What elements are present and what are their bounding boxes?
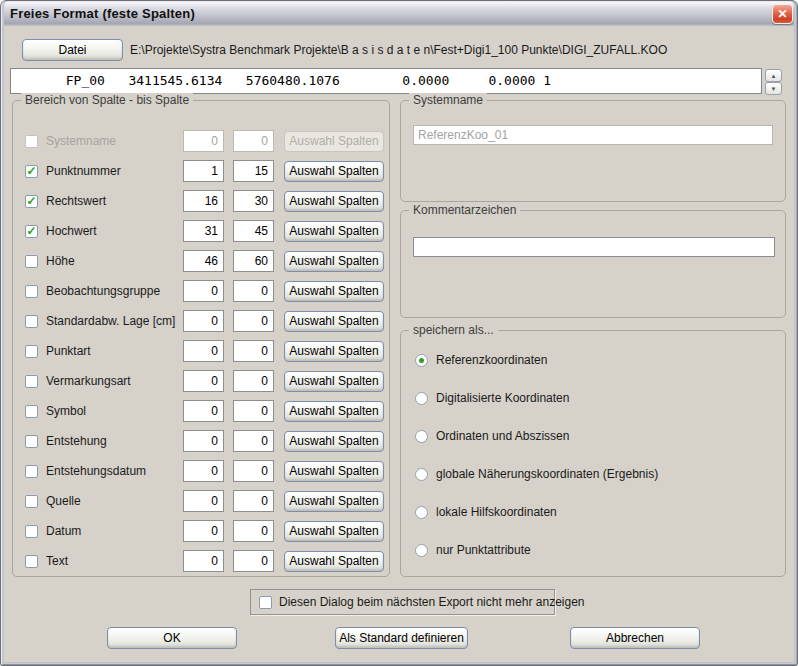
column-to-field[interactable]	[233, 340, 274, 362]
save-as-option[interactable]: Ordinaten und Abszissen	[415, 426, 569, 446]
column-from-field[interactable]	[183, 190, 224, 212]
auswahl-spalten-button[interactable]: Auswahl Spalten	[284, 251, 384, 272]
row-checkbox[interactable]: ✓	[25, 405, 38, 418]
row-checkbox[interactable]: ✓	[25, 345, 38, 358]
column-from-field[interactable]	[183, 340, 224, 362]
column-from-field[interactable]	[183, 310, 224, 332]
column-to-field[interactable]	[233, 160, 274, 182]
column-to-field[interactable]	[233, 250, 274, 272]
auswahl-spalten-button[interactable]: Auswahl Spalten	[284, 281, 384, 302]
column-to-field[interactable]	[233, 130, 274, 152]
save-as-option[interactable]: Referenzkoordinaten	[415, 350, 547, 370]
column-from-field[interactable]	[183, 550, 224, 572]
row-label: Entstehungsdatum	[46, 464, 146, 478]
row-label: Standardabw. Lage [cm]	[46, 314, 175, 328]
auswahl-spalten-button[interactable]: Auswahl Spalten	[284, 221, 384, 242]
save-as-option[interactable]: lokale Hilfskoordinaten	[415, 502, 557, 522]
column-to-field[interactable]	[233, 520, 274, 542]
column-row: ✓ Text Auswahl Spalten	[13, 546, 389, 576]
dont-show-checkbox[interactable]: ✓	[259, 596, 272, 609]
title-bar[interactable]: Freies Format (feste Spalten) ✕	[0, 0, 798, 26]
auswahl-spalten-button[interactable]: Auswahl Spalten	[284, 191, 384, 212]
auswahl-spalten-button[interactable]: Auswahl Spalten	[284, 521, 384, 542]
row-checkbox[interactable]: ✓	[25, 375, 38, 388]
row-checkbox[interactable]: ✓	[25, 315, 38, 328]
kommentarzeichen-group-title: Kommentarzeichen	[409, 203, 520, 217]
save-as-option[interactable]: Digitalisierte Koordinaten	[415, 388, 569, 408]
kommentarzeichen-group: Kommentarzeichen	[400, 210, 786, 318]
coordinate-preview[interactable]: FP_00 3411545.6134 5760480.1076 0.0000 0…	[10, 68, 762, 94]
save-as-group: speichern als... Referenzkoordinaten Dig…	[400, 330, 786, 577]
auswahl-spalten-button[interactable]: Auswahl Spalten	[284, 431, 384, 452]
row-checkbox[interactable]: ✓	[25, 465, 38, 478]
close-button[interactable]: ✕	[772, 4, 793, 24]
column-to-field[interactable]	[233, 220, 274, 242]
column-to-field[interactable]	[233, 550, 274, 572]
row-checkbox[interactable]: ✓	[25, 195, 38, 208]
column-to-field[interactable]	[233, 280, 274, 302]
auswahl-spalten-button[interactable]: Auswahl Spalten	[284, 551, 384, 572]
kommentarzeichen-input[interactable]	[413, 237, 775, 257]
column-row: ✓ Quelle Auswahl Spalten	[13, 486, 389, 516]
column-from-field[interactable]	[183, 490, 224, 512]
preview-spinner: ▲ ▼	[765, 69, 782, 95]
als-standard-definieren-button[interactable]: Als Standard definieren	[335, 627, 468, 649]
row-checkbox[interactable]: ✓	[25, 135, 38, 148]
auswahl-spalten-button[interactable]: Auswahl Spalten	[284, 461, 384, 482]
save-as-option[interactable]: globale Näherungskoordinaten (Ergebnis)	[415, 464, 658, 484]
column-to-field[interactable]	[233, 460, 274, 482]
column-from-field[interactable]	[183, 370, 224, 392]
column-from-field[interactable]	[183, 220, 224, 242]
auswahl-spalten-button[interactable]: Auswahl Spalten	[284, 341, 384, 362]
row-checkbox[interactable]: ✓	[25, 435, 38, 448]
row-checkbox[interactable]: ✓	[25, 525, 38, 538]
column-row: ✓ Entstehungsdatum Auswahl Spalten	[13, 456, 389, 486]
column-from-field[interactable]	[183, 280, 224, 302]
column-to-field[interactable]	[233, 190, 274, 212]
column-row: ✓ Systemname Auswahl Spalten	[13, 126, 389, 156]
column-from-field[interactable]	[183, 250, 224, 272]
ok-button[interactable]: OK	[107, 627, 237, 649]
spinner-up-button[interactable]: ▲	[765, 69, 782, 82]
column-from-field[interactable]	[183, 400, 224, 422]
column-from-field[interactable]	[183, 460, 224, 482]
auswahl-spalten-button[interactable]: Auswahl Spalten	[284, 311, 384, 332]
auswahl-spalten-button[interactable]: Auswahl Spalten	[284, 401, 384, 422]
columns-group-title: Bereich von Spalte - bis Spalte	[21, 93, 193, 107]
systemname-input[interactable]	[413, 125, 773, 145]
column-to-field[interactable]	[233, 430, 274, 452]
systemname-group-title: Systemname	[409, 93, 487, 107]
radio-label: Referenzkoordinaten	[436, 353, 547, 367]
radio-icon	[415, 392, 428, 405]
spinner-down-button[interactable]: ▼	[765, 82, 782, 95]
column-from-field[interactable]	[183, 430, 224, 452]
row-label: Punktart	[46, 344, 91, 358]
column-to-field[interactable]	[233, 370, 274, 392]
row-checkbox[interactable]: ✓	[25, 225, 38, 238]
auswahl-spalten-button[interactable]: Auswahl Spalten	[284, 161, 384, 182]
radio-dot	[419, 358, 424, 363]
auswahl-spalten-button[interactable]: Auswahl Spalten	[284, 491, 384, 512]
dialog-freies-format: Freies Format (feste Spalten) ✕ Datei E:…	[0, 0, 798, 666]
column-from-field[interactable]	[183, 520, 224, 542]
datei-button[interactable]: Datei	[22, 39, 123, 61]
file-path: E:\Projekte\Systra Benchmark Projekte\B …	[130, 39, 667, 61]
abbrechen-button[interactable]: Abbrechen	[570, 627, 700, 649]
row-label: Entstehung	[46, 434, 107, 448]
column-row: ✓ Höhe Auswahl Spalten	[13, 246, 389, 276]
row-checkbox[interactable]: ✓	[25, 495, 38, 508]
close-icon: ✕	[777, 8, 787, 20]
auswahl-spalten-button[interactable]: Auswahl Spalten	[284, 131, 384, 152]
save-as-option[interactable]: nur Punktattribute	[415, 540, 531, 560]
auswahl-spalten-button[interactable]: Auswahl Spalten	[284, 371, 384, 392]
columns-group: Bereich von Spalte - bis Spalte ✓ System…	[12, 100, 390, 577]
column-to-field[interactable]	[233, 400, 274, 422]
row-checkbox[interactable]: ✓	[25, 165, 38, 178]
row-checkbox[interactable]: ✓	[25, 255, 38, 268]
row-checkbox[interactable]: ✓	[25, 555, 38, 568]
column-from-field[interactable]	[183, 160, 224, 182]
column-to-field[interactable]	[233, 310, 274, 332]
column-to-field[interactable]	[233, 490, 274, 512]
row-checkbox[interactable]: ✓	[25, 285, 38, 298]
column-from-field[interactable]	[183, 130, 224, 152]
